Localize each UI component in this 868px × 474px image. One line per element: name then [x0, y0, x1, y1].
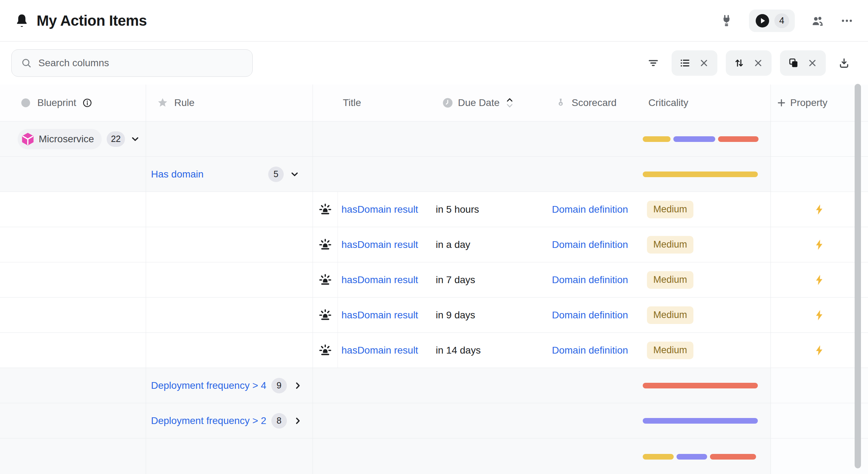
rule-link-has-domain[interactable]: Has domain [151, 169, 203, 180]
action-item-row: hasDomain result in 14 days Domain defin… [0, 332, 868, 368]
action-item-title-link[interactable]: hasDomain result [341, 239, 418, 250]
column-header-state-icon [313, 85, 338, 121]
alarm-icon [318, 273, 332, 287]
criticality-cell: Medium [643, 262, 771, 297]
scorecard-link[interactable]: Domain definition [552, 204, 628, 215]
vertical-scrollbar[interactable] [855, 84, 861, 468]
due-date-value: in 9 days [436, 310, 475, 321]
more-options-button[interactable] [840, 14, 854, 28]
action-item-title-link[interactable]: hasDomain result [341, 274, 418, 286]
column-header-criticality[interactable]: Criticality [643, 85, 771, 121]
column-label: Property [790, 97, 828, 108]
criticality-badge: Medium [647, 342, 693, 359]
rule-group-controls: 5 [268, 167, 300, 182]
action-item-title-link[interactable]: hasDomain result [341, 345, 418, 356]
runs-in-progress-button[interactable]: 4 [749, 10, 795, 32]
criticality-bar-segment [718, 136, 759, 142]
title-cell: hasDomain result [338, 262, 432, 297]
scorecard-link[interactable]: Domain definition [552, 345, 628, 356]
lightning-icon[interactable] [813, 274, 825, 286]
chevron-right-icon[interactable] [293, 416, 303, 426]
scorecard-cell: Domain definition [549, 262, 643, 297]
rule-link-deployment-frequency-2[interactable]: Deployment frequency > 2 [151, 415, 266, 426]
group-by-chip[interactable] [672, 50, 717, 76]
sort-chip[interactable] [726, 50, 772, 76]
criticality-distribution-cell [643, 157, 771, 192]
state-icon-cell [313, 298, 338, 332]
rule-group-controls: 9 [271, 378, 303, 393]
list-icon [679, 57, 691, 69]
action-item-title-link[interactable]: hasDomain result [341, 204, 418, 215]
rule-group-cell: Deployment frequency > 2 8 [146, 403, 313, 438]
column-header-due-date[interactable]: Due Date [432, 85, 549, 121]
property-cell-empty [770, 438, 868, 474]
column-header-rule[interactable]: Rule [146, 85, 313, 121]
scorecard-link[interactable]: Domain definition [552, 310, 628, 321]
criticality-distribution-cell [643, 403, 771, 438]
microservice-cube-icon [21, 132, 34, 146]
due-date-value: in a day [436, 239, 470, 250]
page-title: My Action Items [37, 12, 147, 29]
copies-chip[interactable] [780, 50, 826, 76]
download-button[interactable] [834, 53, 854, 73]
group-row-spacer [313, 438, 643, 474]
rule-cell-empty [146, 262, 313, 297]
rule-cell-empty [146, 438, 313, 474]
chevron-down-icon[interactable] [130, 134, 140, 144]
property-cell [770, 298, 868, 332]
search-columns-box[interactable] [11, 49, 253, 77]
search-columns-input[interactable] [38, 57, 243, 69]
scorecard-link[interactable]: Domain definition [552, 274, 628, 286]
rule-cell-empty [146, 192, 313, 227]
column-header-title[interactable]: Title [338, 85, 432, 121]
action-item-title-link[interactable]: hasDomain result [341, 310, 418, 321]
ellipsis-icon [841, 14, 853, 27]
clear-group-by-icon[interactable] [698, 57, 710, 69]
group-row-spacer [313, 368, 643, 403]
property-cell [770, 262, 868, 297]
blueprint-count-badge: 22 [107, 131, 125, 147]
plug-button[interactable] [719, 14, 734, 28]
sort-ascending-indicator[interactable] [506, 96, 514, 109]
lightning-icon[interactable] [813, 204, 825, 216]
chevron-down-icon[interactable] [289, 169, 300, 180]
audience-button[interactable] [810, 14, 824, 28]
star-icon [157, 97, 169, 109]
filter-icon [647, 57, 659, 69]
clear-copies-icon[interactable] [807, 57, 818, 69]
criticality-badge: Medium [647, 306, 693, 324]
criticality-distribution-bar [643, 136, 759, 142]
lightning-icon[interactable] [813, 309, 825, 321]
rule-cell-empty [146, 121, 313, 156]
filter-button[interactable] [643, 53, 663, 73]
property-cell-empty [770, 157, 868, 192]
lightning-icon[interactable] [813, 239, 825, 251]
action-items-table: Blueprint Rule Title Due Date Scorecard [0, 85, 868, 474]
criticality-bar-full [643, 383, 758, 388]
rule-cell-empty [146, 227, 313, 262]
column-header-blueprint[interactable]: Blueprint [0, 85, 146, 121]
plug-icon [720, 14, 733, 27]
criticality-badge: Medium [647, 201, 693, 218]
rule-group-row-has-domain: Has domain 5 [0, 156, 868, 192]
chevron-right-icon[interactable] [293, 380, 303, 391]
rule-group-controls: 8 [271, 413, 303, 429]
column-label: Criticality [648, 97, 688, 108]
blueprint-cell-empty [0, 192, 146, 227]
scorecard-cell: Domain definition [549, 192, 643, 227]
column-header-scorecard[interactable]: Scorecard [549, 85, 643, 121]
blueprint-cell-empty [0, 438, 146, 474]
blueprint-cell-empty [0, 262, 146, 297]
clear-sort-icon[interactable] [753, 57, 764, 69]
plus-icon [776, 98, 787, 108]
info-icon[interactable] [82, 98, 93, 108]
rule-link-deployment-frequency-4[interactable]: Deployment frequency > 4 [151, 380, 266, 391]
scorecard-link[interactable]: Domain definition [552, 239, 628, 250]
scorecard-cell: Domain definition [549, 333, 643, 368]
property-cell [770, 333, 868, 368]
blueprint-chip-microservice[interactable]: Microservice [18, 129, 102, 149]
add-property-button[interactable]: Property [770, 85, 868, 121]
lightning-icon[interactable] [813, 344, 825, 356]
sort-arrows-icon [734, 57, 745, 69]
alarm-icon [318, 202, 332, 217]
